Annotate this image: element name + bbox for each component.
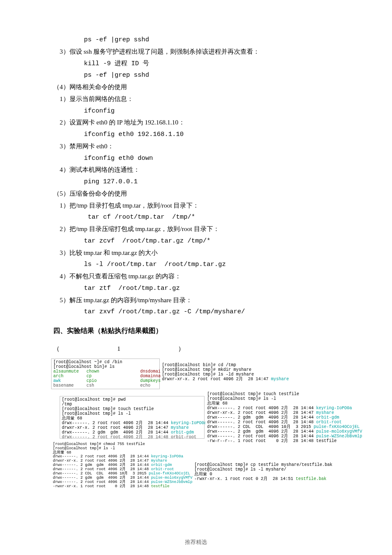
t4-r4b: orbit-root (316, 420, 342, 425)
t4-r8b: testfile (316, 439, 337, 443)
t1-c4b: csh (86, 383, 94, 388)
terminal-screenshot-5: [root@localhost tmp]# chmod 755 testfile… (51, 442, 192, 491)
t4-r1b: keyring-IoPO0a (316, 406, 352, 410)
sec4-1-cmd: ifconfig (53, 105, 339, 117)
t5-r3b: orbit-gdm (151, 463, 172, 467)
sec5-1-cmd: tar cf /root/tmp.tar /tmp/* (53, 211, 339, 223)
cmd-ps-grep-2: ps -ef |grep sshd (53, 69, 339, 81)
t5-r5a: drwx------. 2 CDL CDL 4096 10月 3 2015 (53, 471, 149, 476)
t1-c4c: echo (140, 383, 150, 388)
t2-l1: [root@localhost bin]# cd /tmp (162, 363, 286, 367)
t5-r1a: drwx------. 2 root root 4096 2月 28 14:44 (53, 454, 151, 459)
t4-r3b: orbit-gdm (316, 415, 339, 420)
sec5-2-label: 2）把/tmp 目录压缩打包成 tmp.tar.gz，放到/root 目录下： (53, 223, 339, 235)
t5-r8a: -rwxr-xr-x. 1 root root 0 2月 28 14:48 (53, 484, 151, 489)
t4-r3a: drwx------. 2 gdm gdm 4096 2月 28 14:44 (207, 415, 316, 420)
t1-c4a: basename (53, 383, 74, 388)
t1-l1: [root@localhost ~]# cd /bin (53, 360, 158, 364)
t5-l2: [root@localhost tmp]# ls -l (53, 447, 190, 451)
sec5-3-cmd: ls -l /root/tmp.tar /root/tmp.tar.gz (53, 259, 339, 271)
t5-r1b: keyring-IoPO0a (151, 454, 183, 459)
results-label-1: （ 1 ） (53, 343, 339, 355)
t6-l2: [root@localhost tmp]# ls -l myshare/ (194, 467, 336, 472)
t3-r3b: orbit-gdm (171, 430, 194, 435)
terminal-screenshot-3: [root@localhost tmp]# pwd /tmp [root@loc… (60, 396, 205, 439)
sec5-5-cmd: tar zxvf /root/tmp.tar.gz -C /tmp/myshar… (53, 306, 339, 318)
t4-r7b: pulse-WZSneJbBvmlp (316, 434, 362, 439)
t5-r6b: pulse-molo6xygVMfV (151, 476, 192, 480)
t4-r1a: drwx------. 2 root root 4096 2月 28 14:44 (207, 406, 316, 410)
t5-r2b: myshare (151, 459, 167, 463)
t1-c2b: cp (86, 374, 92, 379)
t1-l2: [root@localhost bin]# ls (53, 364, 158, 369)
terminal-screenshot-4: [root@localhost tmp]# touch testfile [ro… (205, 391, 350, 440)
t6-r1b: testfile.bak (296, 477, 326, 481)
t3-l1: [root@localhost tmp]# pwd (62, 397, 202, 402)
item-3-label: 3）假设 ssh 服务守护进程出现了问题，则强制杀掉该进程并再次查看： (53, 46, 339, 58)
section-4-results-heading: 四、实验结果（粘贴执行结果截图） (53, 327, 339, 335)
terminal-screenshot-2: [root@localhost bin]# cd /tmp [root@loca… (160, 362, 288, 385)
t4-r2a: drwxr-xr-x. 2 root root 4096 2月 28 14:47 (207, 410, 316, 415)
cmd-kill: kill -9 进程 ID 号 (53, 58, 339, 70)
t6-l3: 总用量 0 (194, 472, 336, 477)
page-footer: 推荐精选 (53, 538, 339, 546)
t5-r4b: orbit-root (151, 467, 174, 471)
t2-l3: [root@localhost tmp]# ls -ld myshare (162, 372, 286, 377)
terminal-screenshot-6: [root@localhost tmp]# cp testfile myshar… (193, 462, 337, 485)
t3-r1b: keyring-IoPO0a (171, 421, 207, 425)
t6-l1: [root@localhost tmp]# cp testfile myshar… (194, 462, 336, 467)
t5-r3a: drwx------. 2 gdm gdm 4096 2月 28 14:44 (53, 463, 151, 467)
sec4-3-cmd: ifconfig eth0 down (53, 153, 339, 165)
t5-r7a: drwx------. 2 root root 4096 2月 28 14:44 (53, 480, 151, 484)
t4-r5b: pulse-fxKXo4OCojEL (314, 425, 360, 429)
t1-c3a: awk (53, 379, 61, 383)
t4-r2b: myshare (316, 410, 334, 415)
t5-r6a: drwx------. 2 gdm gdm 4096 2月 28 14:44 (53, 476, 151, 480)
sec4-1-label: 1）显示当前网络的信息： (53, 93, 339, 105)
sec4-3-label: 3）禁用网卡 eth0： (53, 141, 339, 153)
t3-r2b: myshare (171, 425, 189, 430)
sec4-4-cmd: ping 127.0.0.1 (53, 176, 339, 188)
terminal-screenshot-1: [root@localhost ~]# cd /bin [root@localh… (51, 358, 160, 389)
t3-r2a: drwxr-xr-x. 2 root root 4096 2月 28 14:47 (62, 425, 171, 430)
t4-r5a: drwx------. 2 CDL CDL 4096 10月 3 2015 (207, 425, 314, 429)
t3-l3: [root@localhost tmp]# touch testfile (62, 407, 202, 411)
t5-r4a: drwx------. 2 root root 4096 2月 28 14:48 (53, 467, 151, 471)
t3-r4a: drwx------. 2 root root 4096 2月 28 14:48 (62, 435, 171, 439)
t5-r5b: pulse-fxKXo4OCojEL (149, 471, 190, 476)
sec5-4-label: 4）不解包只查看压缩包 tmp.tar.gz 的内容： (53, 271, 339, 283)
sec5-3-label: 3）比较 tmp.tar 和 tmp.tar.gz 的大小 (53, 247, 339, 259)
t5-r8b: testfile (151, 484, 169, 489)
t3-r3a: drwx------. 2 gdm gdm 4096 2月 28 14:44 (62, 430, 171, 435)
t4-l2: [root@localhost tmp]# ls -l (207, 396, 349, 401)
t4-l3: 总用量 68 (207, 401, 349, 406)
t3-r4b: orbit-root (171, 435, 196, 439)
sec4-4-label: 4）测试本机网络的连通性： (53, 164, 339, 176)
t4-r7a: drwx------. 2 root root 4096 2月 28 14:44 (207, 434, 316, 439)
sec5-1-label: 1）把/tmp 目录打包成 tmp.tar，放到/root 目录下： (53, 200, 339, 212)
sec5-5-label: 5）解压 tmp.tar.gz 的内容到/tmp/myshare 目录： (53, 295, 339, 306)
t3-l4: [root@localhost tmp]# ls -l (62, 411, 202, 416)
t1-c1a: alsaunmute (53, 369, 79, 374)
t4-r6a: drwx------. 2 gdm gdm 4096 2月 28 14:44 (207, 429, 316, 434)
t1-c3c: dumpkeys (140, 379, 161, 383)
t5-r2a: drwxr-xr-x. 2 root root 4096 2月 28 14:47 (53, 459, 151, 463)
t2-l2: [root@localhost tmp]# mkdir myshare (162, 367, 286, 372)
sec5-2-cmd: tar zcvf /root/tmp.tar.gz /tmp/* (53, 235, 339, 247)
t1-c1b: chown (86, 369, 99, 374)
t3-l5: 总用量 68 (62, 416, 202, 421)
t4-r8a: -rw-r--r--. 1 root root 0 2月 28 14:48 (207, 439, 316, 443)
t3-r1a: drwx------. 2 root root 4096 2月 28 14:44 (62, 421, 171, 425)
t4-l1: [root@localhost tmp]# touch testfile (207, 392, 349, 396)
t1-c2a: arch (53, 374, 63, 379)
section-4-heading: （4）网络相关命令的使用 (53, 81, 339, 93)
cmd-ps-grep-1: ps -ef |grep sshd (53, 34, 339, 46)
t2-l4b: myshare (271, 377, 289, 382)
section-5-heading: （5）压缩备份命令的使用 (53, 188, 339, 200)
t6-r1a: -rwxr-xr-x. 1 root root 0 2月 28 14:51 (194, 477, 296, 481)
t4-r4a: drwx------. 2 root root 4096 2月 28 14:48 (207, 420, 316, 425)
sec5-4-cmd: tar ztf /root/tmp.tar.gz (53, 283, 339, 295)
sec4-2-cmd: ifconfig eth0 192.168.1.10 (53, 129, 339, 141)
t5-r7b: pulse-WZSneJbBvmlp (151, 480, 192, 484)
t3-l2: /tmp (62, 402, 202, 407)
